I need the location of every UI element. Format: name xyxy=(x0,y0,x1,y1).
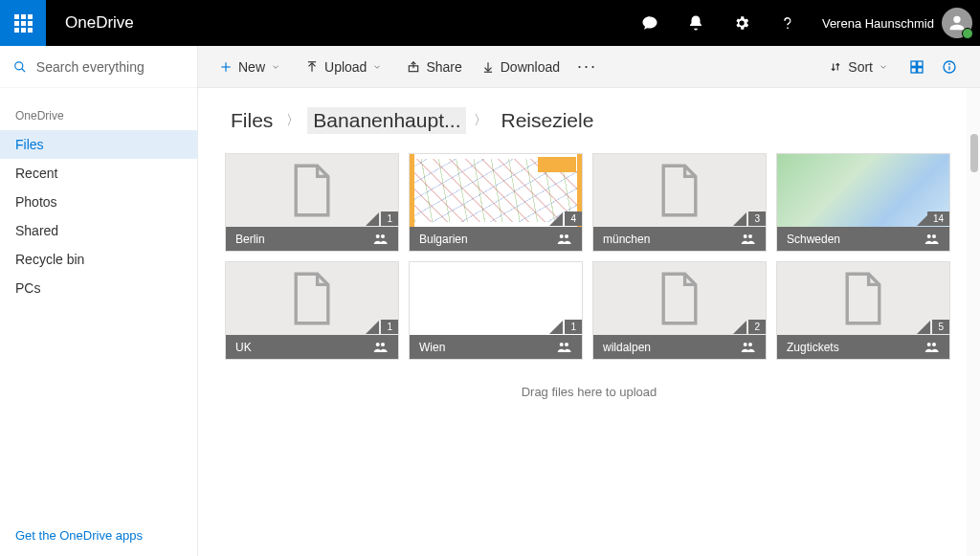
svg-rect-12 xyxy=(911,61,916,66)
share-button[interactable]: Share xyxy=(397,46,471,88)
search-icon xyxy=(13,59,27,75)
shared-icon xyxy=(924,341,940,355)
folder-grid: 1Berlin4Bulgarien3münchen14Schweden1UK1W… xyxy=(225,153,953,360)
upload-button[interactable]: Upload xyxy=(296,46,397,88)
folder-tile[interactable]: 1Berlin xyxy=(225,153,399,252)
sidebar-item-files[interactable]: Files xyxy=(0,130,197,159)
item-count-badge: 1 xyxy=(381,320,398,334)
question-icon xyxy=(779,14,796,32)
waffle-icon xyxy=(14,14,33,33)
share-label: Share xyxy=(426,59,461,75)
help-button[interactable] xyxy=(765,0,811,46)
user-name[interactable]: Verena Haunschmid xyxy=(811,16,942,31)
settings-button[interactable] xyxy=(719,0,765,46)
details-pane-button[interactable] xyxy=(936,46,969,88)
shared-icon xyxy=(741,233,756,247)
svg-point-29 xyxy=(560,343,564,346)
svg-point-21 xyxy=(560,234,564,238)
download-icon xyxy=(481,60,495,74)
sidebar-item-recycle-bin[interactable]: Recycle bin xyxy=(0,245,197,274)
gear-icon xyxy=(733,14,750,32)
breadcrumb-separator: 〉 xyxy=(466,112,495,129)
plus-icon xyxy=(219,60,233,74)
top-header: OneDrive Verena Haunschmid xyxy=(0,0,980,46)
folder-tile[interactable]: 5Zugtickets xyxy=(776,261,950,360)
app-launcher-button[interactable] xyxy=(0,0,46,46)
svg-point-24 xyxy=(748,234,752,238)
item-count-badge: 1 xyxy=(381,211,398,226)
breadcrumb: Files 〉 Bananenhaupt... 〉 Reiseziele xyxy=(225,107,953,134)
svg-point-20 xyxy=(381,234,385,238)
chevron-down-icon xyxy=(271,62,280,72)
folder-tile[interactable]: 1UK xyxy=(225,261,399,360)
view-toggle-button[interactable] xyxy=(903,46,936,88)
search-box[interactable] xyxy=(0,46,197,88)
notifications-button[interactable] xyxy=(673,0,719,46)
sidebar-item-shared[interactable]: Shared xyxy=(0,216,197,245)
app-title: OneDrive xyxy=(46,13,134,33)
folder-tile[interactable]: 3münchen xyxy=(592,153,767,252)
search-input[interactable] xyxy=(36,59,184,75)
folder-tile[interactable]: 14Schweden xyxy=(776,153,950,252)
svg-point-30 xyxy=(565,343,568,346)
upload-label: Upload xyxy=(324,59,367,75)
sidebar-item-photos[interactable]: Photos xyxy=(0,188,197,216)
get-apps-link[interactable]: Get the OneDrive apps xyxy=(0,515,197,556)
sidebar-item-recent[interactable]: Recent xyxy=(0,159,197,188)
svg-point-27 xyxy=(376,343,380,346)
sort-button[interactable]: Sort xyxy=(819,46,903,88)
svg-point-19 xyxy=(376,234,380,238)
shared-icon xyxy=(557,233,572,247)
svg-point-18 xyxy=(949,63,950,64)
folder-name: Schweden xyxy=(787,233,840,246)
svg-point-31 xyxy=(744,343,747,346)
item-count-badge: 2 xyxy=(748,320,766,334)
svg-point-33 xyxy=(927,343,931,346)
folder-name: Berlin xyxy=(235,233,265,246)
upload-icon xyxy=(305,60,319,74)
shared-icon xyxy=(557,341,572,355)
folder-tile[interactable]: 1Wien xyxy=(409,261,583,360)
sidebar: OneDrive FilesRecentPhotosSharedRecycle … xyxy=(0,46,198,556)
drop-hint: Drag files here to upload xyxy=(225,360,953,424)
svg-point-22 xyxy=(565,234,568,238)
bell-icon xyxy=(687,14,704,32)
svg-point-25 xyxy=(927,234,931,238)
item-count-badge: 5 xyxy=(932,320,949,334)
breadcrumb-separator: 〉 xyxy=(278,112,307,129)
download-button[interactable]: Download xyxy=(472,46,569,88)
shared-icon xyxy=(924,233,940,247)
content-area: Files 〉 Bananenhaupt... 〉 Reiseziele 1Be… xyxy=(198,88,980,556)
scrollbar-thumb[interactable] xyxy=(970,134,978,172)
shared-icon xyxy=(373,233,389,247)
presence-badge xyxy=(962,28,973,39)
folder-tile[interactable]: 2wildalpen xyxy=(592,261,767,360)
share-icon xyxy=(407,60,420,74)
svg-point-32 xyxy=(748,343,752,346)
svg-point-26 xyxy=(932,234,936,238)
folder-name: wildalpen xyxy=(603,341,651,354)
new-button[interactable]: New xyxy=(210,46,296,88)
folder-tile[interactable]: 4Bulgarien xyxy=(409,153,583,252)
folder-name: UK xyxy=(235,341,252,354)
avatar[interactable] xyxy=(942,8,972,38)
sort-label: Sort xyxy=(848,59,873,75)
sort-icon xyxy=(829,60,842,74)
chevron-down-icon xyxy=(879,62,888,72)
folder-name: Wien xyxy=(419,341,445,354)
svg-point-28 xyxy=(381,343,385,346)
svg-rect-13 xyxy=(918,61,923,66)
grid-view-icon xyxy=(909,59,924,75)
info-icon xyxy=(942,59,957,75)
item-count-badge: 1 xyxy=(565,320,582,334)
breadcrumb-root[interactable]: Files xyxy=(225,107,278,134)
breadcrumb-parent[interactable]: Bananenhaupt... xyxy=(307,107,466,134)
chat-icon xyxy=(641,14,658,32)
shared-icon xyxy=(741,341,756,355)
folder-name: Bulgarien xyxy=(419,233,468,246)
chat-button[interactable] xyxy=(627,0,673,46)
sidebar-item-pcs[interactable]: PCs xyxy=(0,274,197,302)
svg-point-23 xyxy=(744,234,747,238)
download-label: Download xyxy=(501,59,560,75)
more-button[interactable]: ··· xyxy=(569,56,605,77)
